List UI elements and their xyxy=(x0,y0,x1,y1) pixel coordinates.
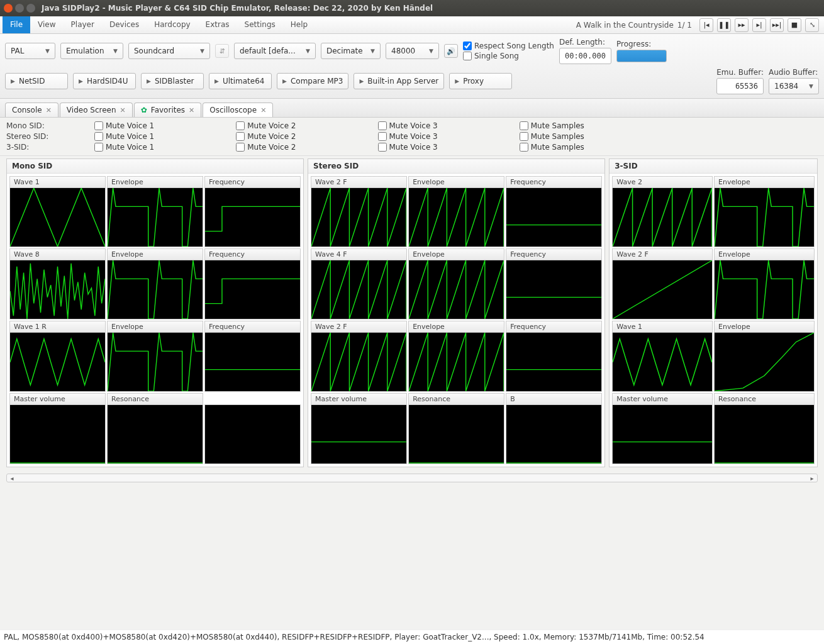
scope-title: Envelope xyxy=(714,321,815,332)
scope-title: Envelope xyxy=(408,248,504,260)
collapse-button[interactable]: ⤡ xyxy=(805,18,819,32)
menu-devices[interactable]: Devices xyxy=(102,16,147,33)
oscilloscope-display xyxy=(9,260,106,319)
mute-voice-1-row2[interactable]: Mute Voice 1 xyxy=(94,143,154,152)
audio-device-combo[interactable]: default [defa...▼ xyxy=(234,43,316,59)
oscilloscope-display xyxy=(107,332,203,392)
single-song-checkbox[interactable]: Single Song xyxy=(463,52,554,60)
menu-hardcopy[interactable]: Hardcopy xyxy=(147,16,198,33)
window-title: Java SIDPlay2 - Music Player & C64 SID C… xyxy=(42,4,433,13)
scope-title: Wave 2 xyxy=(612,176,713,187)
menu-file[interactable]: File xyxy=(3,16,30,33)
hardsid4u-button[interactable]: ▶HardSID4U xyxy=(73,73,136,89)
samplerate-combo[interactable]: 48000▼ xyxy=(386,43,439,59)
oscilloscope-display xyxy=(9,332,106,392)
scope-cell: Wave 2 F xyxy=(612,248,713,319)
skip-next-button[interactable]: ▸▸| xyxy=(770,18,784,32)
mono-sid-label: Mono SID: xyxy=(6,121,63,130)
scope-title: Wave 2 F xyxy=(311,321,407,332)
def-length-label: Def. Length: xyxy=(559,38,611,47)
scope-cell: B xyxy=(506,393,602,464)
progress-bar xyxy=(616,50,667,62)
tab-favorites[interactable]: ✿Favorites✕ xyxy=(134,103,202,117)
panel-title: Stereo SID xyxy=(308,159,604,174)
device-link-icon[interactable]: ⇵ xyxy=(215,44,229,58)
scope-cell: Envelope xyxy=(107,321,203,392)
netsid-button[interactable]: ▶NetSID xyxy=(5,73,68,89)
scope-title: Wave 1 R xyxy=(9,321,106,332)
compare-mp3-button[interactable]: ▶Compare MP3 xyxy=(277,73,348,89)
scope-cell: Frequency xyxy=(204,176,301,247)
mute-samples-row1[interactable]: Mute Samples xyxy=(520,132,584,141)
stop-button[interactable]: ■ xyxy=(788,18,801,32)
video-norm-combo[interactable]: PAL▼ xyxy=(5,43,55,59)
menu-help[interactable]: Help xyxy=(283,16,315,33)
mute-voice-2-row2[interactable]: Mute Voice 2 xyxy=(236,143,296,152)
mute-voice-1-row0[interactable]: Mute Voice 1 xyxy=(94,121,154,130)
scope-title: Frequency xyxy=(506,248,602,260)
respect-song-length-checkbox[interactable]: Respect Song Length xyxy=(463,42,554,50)
scope-title: Envelope xyxy=(408,176,504,187)
mute-samples-row2[interactable]: Mute Samples xyxy=(520,143,584,152)
mute-voice-3-row0[interactable]: Mute Voice 3 xyxy=(378,121,438,130)
scope-title: Frequency xyxy=(204,176,301,187)
menu-view[interactable]: View xyxy=(30,16,63,33)
pause-button[interactable]: ❚❚ xyxy=(717,18,731,32)
emu-buffer-input[interactable]: 65536 xyxy=(716,78,764,94)
mute-voice-3-row1[interactable]: Mute Voice 3 xyxy=(378,132,438,141)
menubar: FileViewPlayerDevicesHardcopyExtrasSetti… xyxy=(0,16,824,34)
built-in-app-server-button[interactable]: ▶Built-in App Server xyxy=(354,73,444,89)
def-length-input[interactable]: 00:00.000 xyxy=(559,48,611,64)
scope-cell: Wave 2 F xyxy=(311,321,407,392)
ultimate64-button[interactable]: ▶Ultimate64 xyxy=(209,73,272,89)
speaker-icon[interactable]: 🔊 xyxy=(444,44,458,58)
scope-title: Master volume xyxy=(9,393,106,404)
tab-console[interactable]: Console✕ xyxy=(5,103,58,117)
menu-settings[interactable]: Settings xyxy=(237,16,283,33)
engine-combo[interactable]: Emulation▼ xyxy=(60,43,123,59)
resample-combo[interactable]: Decimate▼ xyxy=(321,43,381,59)
output-combo[interactable]: Soundcard▼ xyxy=(128,43,210,59)
oscilloscope-display xyxy=(311,404,407,464)
oscilloscope-display xyxy=(204,332,301,392)
scope-cell: Resonance xyxy=(107,393,203,464)
sid-panel-mono: Mono SIDWave 1EnvelopeFrequencyWave 8Env… xyxy=(6,158,304,467)
audio-buffer-input[interactable]: 16384▼ xyxy=(769,78,819,94)
prev-track-button[interactable]: |◂ xyxy=(699,18,713,32)
proxy-button[interactable]: ▶Proxy xyxy=(449,73,512,89)
tab-video-screen[interactable]: Video Screen✕ xyxy=(60,103,133,117)
mute-voice-2-row1[interactable]: Mute Voice 2 xyxy=(236,132,296,141)
oscilloscope-display xyxy=(204,404,301,464)
mute-voice-3-row2[interactable]: Mute Voice 3 xyxy=(378,143,438,152)
menu-extras[interactable]: Extras xyxy=(198,16,237,33)
scope-cell: Envelope xyxy=(714,248,815,319)
scope-cell: Wave 1 xyxy=(612,321,713,392)
window-minimize-icon[interactable] xyxy=(15,4,24,13)
close-icon[interactable]: ✕ xyxy=(46,106,52,114)
window-close-icon[interactable] xyxy=(4,4,13,13)
audio-buffer-label: Audio Buffer: xyxy=(769,68,819,77)
horizontal-scrollbar[interactable]: ◂▸ xyxy=(6,474,818,482)
close-icon[interactable]: ✕ xyxy=(120,106,126,114)
sidblaster-button[interactable]: ▶SIDBlaster xyxy=(141,73,204,89)
track-indicator: 1/ 1 xyxy=(677,21,692,30)
oscilloscope-display xyxy=(612,187,713,247)
tab-oscilloscope[interactable]: Oscilloscope✕ xyxy=(203,103,273,117)
mute-voice-1-row1[interactable]: Mute Voice 1 xyxy=(94,132,154,141)
close-icon[interactable]: ✕ xyxy=(260,106,266,114)
menu-player[interactable]: Player xyxy=(64,16,102,33)
scope-cell: Envelope xyxy=(408,248,504,319)
close-icon[interactable]: ✕ xyxy=(189,106,194,114)
scope-title: Wave 2 F xyxy=(612,248,713,260)
mute-samples-row0[interactable]: Mute Samples xyxy=(520,121,584,130)
scope-cell xyxy=(204,393,301,464)
sid-panel-three: 3-SIDWave 2EnvelopeWave 2 FEnvelopeWave … xyxy=(609,158,818,467)
fast-forward-button[interactable]: ▸▸ xyxy=(735,18,749,32)
scope-title: Resonance xyxy=(714,393,815,404)
oscilloscope-panels: Mono SIDWave 1EnvelopeFrequencyWave 8Env… xyxy=(0,156,824,474)
window-maximize-icon[interactable] xyxy=(26,4,35,13)
mute-voice-2-row0[interactable]: Mute Voice 2 xyxy=(236,121,296,130)
scope-cell: Frequency xyxy=(506,176,602,247)
window-titlebar: Java SIDPlay2 - Music Player & C64 SID C… xyxy=(0,0,824,16)
next-track-button[interactable]: ▸| xyxy=(752,18,766,32)
